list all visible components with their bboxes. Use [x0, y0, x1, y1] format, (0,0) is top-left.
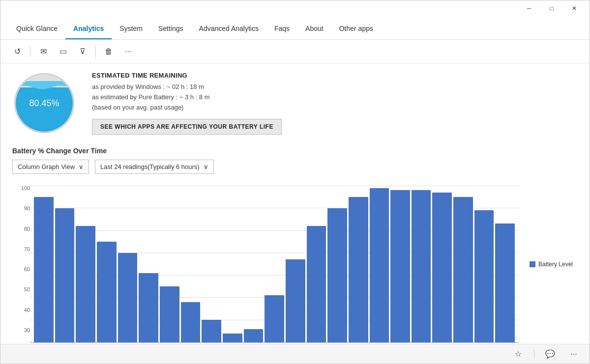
- close-button[interactable]: ✕: [563, 0, 586, 16]
- y-label-100: 100: [12, 186, 30, 191]
- windows-time: as provided by Windows : ~ 02 h : 18 m: [92, 82, 282, 92]
- bar-14: [327, 208, 347, 342]
- range-dropdown-label: Last 24 readings(Typically 6 hours): [100, 163, 200, 170]
- bar-10: [244, 329, 264, 342]
- status-bar: ☆ 💬 ···: [0, 344, 590, 364]
- y-label-90: 90: [12, 206, 30, 211]
- battery-gauge: 80.45%: [12, 71, 76, 135]
- y-label-40: 40: [12, 308, 30, 313]
- bar-22: [495, 224, 515, 342]
- y-label-30: 30: [12, 328, 30, 333]
- bar-0: [34, 197, 54, 342]
- toolbar: ↺ ✉ ▭ ⊽ 🗑 ···: [0, 40, 590, 63]
- chart-main: [30, 186, 519, 343]
- bar-17: [390, 190, 410, 342]
- refresh-button[interactable]: ↺: [8, 43, 26, 60]
- y-label-80: 80: [12, 226, 30, 232]
- mail-button[interactable]: ✉: [34, 43, 52, 60]
- bar-15: [349, 197, 368, 342]
- title-bar: ─ □ ✕: [0, 0, 590, 16]
- legend-color-box: [530, 261, 535, 267]
- trash-button[interactable]: 🗑: [100, 43, 118, 60]
- nav-analytics[interactable]: Analytics: [65, 19, 112, 39]
- chevron-down-icon-2: ∨: [204, 163, 208, 170]
- chart-controls: Column Graph View ∨ Last 24 readings(Typ…: [12, 160, 578, 174]
- filter-button[interactable]: ⊽: [74, 43, 91, 60]
- bar-16: [370, 188, 389, 342]
- status-bar-separator: [534, 349, 534, 359]
- nav-bar: Quick Glance Analytics System Settings A…: [0, 16, 590, 40]
- pure-time: as estimated by Pure Battery : ~ 3 h : 8…: [92, 92, 282, 103]
- comment-button[interactable]: 💬: [542, 346, 558, 362]
- bar-2: [76, 226, 95, 342]
- battery-section: 80.45% ESTIMATED TIME REMAINING as provi…: [12, 71, 578, 135]
- bar-7: [181, 302, 201, 342]
- more-button[interactable]: ···: [119, 43, 137, 60]
- y-label-60: 60: [12, 267, 30, 272]
- nav-faqs[interactable]: Faqs: [266, 19, 297, 39]
- bar-1: [55, 208, 75, 342]
- bars-container: [30, 186, 519, 342]
- legend-label: Battery Level: [538, 261, 573, 268]
- estimated-title: ESTIMATED TIME REMAINING: [92, 72, 282, 79]
- bar-4: [118, 253, 138, 342]
- bar-20: [453, 197, 473, 342]
- square-button[interactable]: ▭: [54, 43, 72, 60]
- toolbar-separator-1: [30, 46, 30, 57]
- battery-info: ESTIMATED TIME REMAINING as provided by …: [92, 72, 282, 134]
- bar-11: [265, 295, 284, 342]
- nav-settings[interactable]: Settings: [150, 19, 191, 39]
- chevron-down-icon: ∨: [79, 163, 84, 170]
- chart-section: Battery % Change Over Time Column Graph …: [12, 147, 578, 343]
- bar-18: [412, 190, 431, 342]
- star-button[interactable]: ☆: [510, 346, 526, 362]
- bar-12: [286, 259, 305, 342]
- see-apps-button[interactable]: SEE WHICH APPS ARE AFFECTING YOUR BATTER…: [92, 119, 282, 135]
- bar-19: [432, 193, 452, 342]
- main-content: 80.45% ESTIMATED TIME REMAINING as provi…: [0, 63, 590, 344]
- battery-percentage-value: 80.45: [29, 98, 51, 108]
- bar-3: [97, 242, 117, 342]
- battery-percentage-label: 80.45%: [29, 98, 59, 109]
- view-dropdown-label: Column Graph View: [18, 163, 75, 170]
- bar-5: [139, 273, 158, 342]
- chart-legend: Battery Level: [530, 261, 573, 268]
- nav-advanced-analytics[interactable]: Advanced Analytics: [191, 19, 266, 39]
- chart-title: Battery % Change Over Time: [12, 147, 578, 155]
- range-dropdown[interactable]: Last 24 readings(Typically 6 hours) ∨: [95, 160, 214, 174]
- nav-quick-glance[interactable]: Quick Glance: [8, 19, 65, 39]
- nav-system[interactable]: System: [112, 19, 150, 39]
- battery-percent-sign: %: [52, 98, 59, 108]
- y-label-70: 70: [12, 247, 30, 252]
- maximize-button[interactable]: □: [540, 0, 563, 16]
- minimize-button[interactable]: ─: [518, 0, 540, 16]
- toolbar-separator-2: [95, 46, 96, 57]
- bar-6: [160, 286, 179, 342]
- bar-13: [307, 226, 326, 342]
- more-status-button[interactable]: ···: [566, 346, 582, 362]
- chart-y-axis: 100 90 80 70 60 50 40 30: [12, 186, 30, 343]
- y-label-50: 50: [12, 287, 30, 292]
- bar-9: [223, 334, 242, 342]
- nav-about[interactable]: About: [297, 19, 331, 39]
- bar-21: [474, 210, 494, 342]
- chart-container: 100 90 80 70 60 50 40 30: [12, 186, 519, 343]
- bar-8: [202, 320, 221, 342]
- avg-note: (based on your avg. past usage): [92, 103, 282, 113]
- nav-other-apps[interactable]: Other apps: [331, 19, 381, 39]
- view-dropdown[interactable]: Column Graph View ∨: [12, 160, 89, 174]
